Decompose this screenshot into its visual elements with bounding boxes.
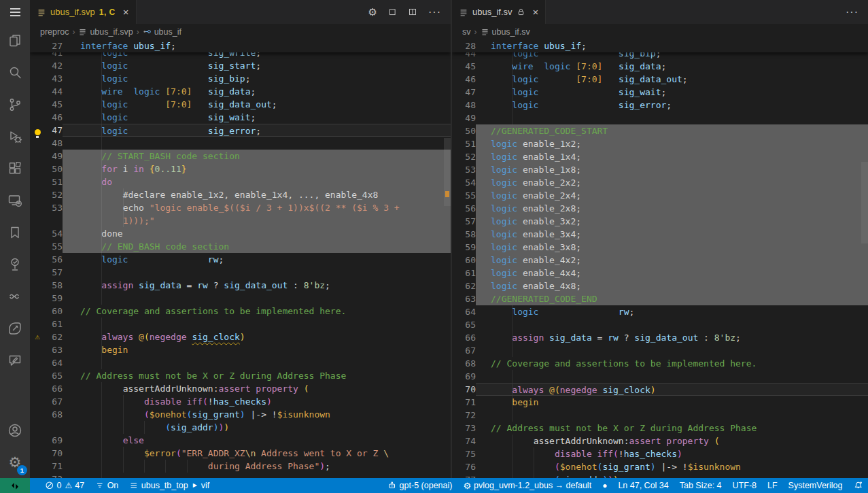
code-line[interactable]: 59: [30, 292, 451, 305]
activity-bookmarks[interactable]: [0, 216, 30, 248]
tab-ubus_if-svp[interactable]: ubus_if.svp 1, C ×: [30, 0, 137, 24]
code-line[interactable]: 65: [452, 318, 868, 331]
code-line[interactable]: 45 logic [7:0] sig_data_out;: [30, 98, 451, 111]
code-line[interactable]: 52logic enable_1x4;: [452, 150, 868, 163]
code-line[interactable]: 53logic enable_1x8;: [452, 163, 868, 176]
code-line[interactable]: 42 logic sig_start;: [30, 59, 451, 72]
status-scope[interactable]: ubus_tb_top▶vif: [124, 478, 215, 493]
code-line[interactable]: 50 for i in {0..11}: [30, 163, 451, 175]
code-line[interactable]: 61logic enable_4x4;: [452, 267, 868, 279]
activity-remote-explorer[interactable]: [0, 184, 30, 216]
code-line[interactable]: 67: [452, 344, 868, 357]
code-line[interactable]: 52 #declare enable_1x2, enable_1x4, ...,…: [30, 188, 451, 201]
code-line[interactable]: 64 logic rw;: [452, 305, 868, 318]
code-line[interactable]: 48: [30, 137, 451, 150]
breadcrumb-item-ubus_if.sv[interactable]: ubus_if.sv: [481, 27, 530, 37]
code-line[interactable]: 66 assertAddrUnknown:assert property (: [30, 382, 451, 395]
code-line[interactable]: 48 logic sig_error;: [452, 99, 868, 112]
scrollbar-thumb[interactable]: [444, 138, 451, 206]
tab-ubus_if-sv[interactable]: ubus_if.sv ×: [452, 0, 546, 24]
close-icon[interactable]: ×: [533, 7, 539, 17]
code-line[interactable]: 64: [30, 356, 451, 369]
code-line[interactable]: 70 always @(negedge sig_clock): [452, 383, 868, 396]
breadcrumb-item-sv[interactable]: sv: [462, 27, 471, 37]
code-line[interactable]: 69 else: [30, 434, 451, 447]
code-line[interactable]: 63 begin: [30, 343, 451, 356]
code-line[interactable]: 58logic enable_3x4;: [452, 228, 868, 241]
status-model[interactable]: gpt-5 (openai): [382, 478, 457, 493]
code-line[interactable]: (sig_addr))): [30, 421, 451, 434]
status-notifications[interactable]: [848, 478, 868, 493]
sticky-line[interactable]: 27interface ubus_if;: [30, 39, 451, 52]
code-line[interactable]: 76 ($onehot(sig_grant) |-> !$isunknown: [452, 460, 868, 473]
code-line[interactable]: 68// Coverage and assertions to be imple…: [452, 357, 868, 370]
code-line[interactable]: 46 logic [7:0] sig_data_out;: [452, 73, 868, 86]
status-tab-size[interactable]: Tab Size: 4: [674, 478, 727, 493]
activity-test-explorer[interactable]: [0, 248, 30, 280]
code-line[interactable]: 60// Coverage and assertions to be imple…: [30, 305, 451, 318]
code-line[interactable]: 1)));": [30, 214, 451, 227]
code-line[interactable]: 56 logic rw;: [30, 253, 451, 266]
code-line[interactable]: 51 do: [30, 175, 451, 188]
status-language[interactable]: SystemVerilog: [783, 478, 848, 493]
status-cursor-position[interactable]: Ln 47, Col 34: [612, 478, 674, 493]
code-editor-left[interactable]: 41 logic sig_write;42 logic sig_start;43…: [30, 39, 451, 478]
code-line[interactable]: 71 begin: [452, 396, 868, 409]
code-line[interactable]: 57logic enable_3x2;: [452, 215, 868, 228]
code-line[interactable]: 66 assign sig_data = rw ? sig_data_out :…: [452, 331, 868, 344]
scrollbar-thumb[interactable]: [861, 162, 868, 243]
status-indicator[interactable]: ●: [597, 478, 612, 493]
code-line[interactable]: 72: [452, 409, 868, 422]
code-line[interactable]: 65// Address must not be X or Z during A…: [30, 369, 451, 382]
activity-waves[interactable]: [0, 280, 30, 312]
status-profile[interactable]: ⚙pvlog_uvm-1.2_ubus → default: [457, 478, 597, 493]
code-line[interactable]: 47 logic sig_wait;: [452, 86, 868, 99]
breadcrumb-item-preproc[interactable]: preproc: [40, 27, 69, 37]
more-actions-icon[interactable]: ···: [428, 7, 441, 18]
code-line[interactable]: 62logic enable_4x8;: [452, 279, 868, 292]
code-line[interactable]: 49: [452, 112, 868, 124]
code-line[interactable]: 63//GENERATED_CODE_END: [452, 292, 868, 305]
activity-run-debug[interactable]: [0, 120, 30, 152]
code-line[interactable]: 50//GENERATED_CODE_START: [452, 124, 868, 137]
code-line[interactable]: 43 logic sig_bip;: [30, 72, 451, 85]
code-line[interactable]: 58 assign sig_data = rw ? sig_data_out :…: [30, 279, 451, 292]
activity-settings[interactable]: ⚙1: [0, 446, 30, 478]
code-editor-right[interactable]: 44 logic sig_bip;45 wire logic [7:0] sig…: [452, 39, 868, 478]
status-lint-toggle[interactable]: On: [90, 478, 124, 493]
settings-gear-icon[interactable]: ⚙: [368, 7, 377, 17]
code-line[interactable]: 60logic enable_4x2;: [452, 254, 868, 267]
code-line[interactable]: 56logic enable_2x8;: [452, 202, 868, 215]
status-problems[interactable]: 0⚠47: [39, 478, 90, 493]
code-line[interactable]: 73// Address must not be X or Z during A…: [452, 422, 868, 435]
code-line[interactable]: 45 wire logic [7:0] sig_data;: [452, 60, 868, 73]
code-line[interactable]: 67 disable iff(!has_checks): [30, 395, 451, 408]
code-line[interactable]: 49 // START_BASH code section: [30, 150, 451, 163]
code-line[interactable]: 57: [30, 266, 451, 279]
activity-search[interactable]: [0, 56, 30, 88]
sticky-line[interactable]: 28interface ubus_if;: [452, 39, 868, 52]
activity-comment-edit[interactable]: [0, 344, 30, 376]
code-line[interactable]: 54logic enable_2x2;: [452, 176, 868, 189]
code-line[interactable]: 44 wire logic [7:0] sig_data;: [30, 85, 451, 98]
activity-source-control[interactable]: [0, 88, 30, 120]
code-line[interactable]: 53 echo "logic enable_$(($i / 3 + 1))x$(…: [30, 201, 451, 214]
code-line[interactable]: ⚠62 always @(negedge sig_clock): [30, 330, 451, 343]
split-editor-icon[interactable]: [408, 7, 417, 16]
code-line[interactable]: 71 during Address Phase");: [30, 460, 451, 473]
status-eol[interactable]: LF: [762, 478, 783, 493]
code-line[interactable]: 70 $error("ERR_ADDR_XZ\n Address went to…: [30, 447, 451, 460]
activity-extensions[interactable]: [0, 152, 30, 184]
activity-notebook-edit[interactable]: [0, 312, 30, 344]
code-line[interactable]: 55logic enable_2x4;: [452, 189, 868, 202]
lightbulb-icon[interactable]: [35, 129, 41, 135]
activity-explorer[interactable]: [0, 24, 30, 56]
code-line[interactable]: 47 logic sig_error;: [30, 124, 451, 137]
code-line[interactable]: 75 disable iff(!has_checks): [452, 447, 868, 460]
code-line[interactable]: 46 logic sig_wait;: [30, 111, 451, 124]
code-line[interactable]: 55 // END_BASH code section: [30, 240, 451, 253]
code-line[interactable]: 61: [30, 318, 451, 330]
code-line[interactable]: 54 done: [30, 227, 451, 240]
code-line[interactable]: 69: [452, 370, 868, 383]
activity-accounts[interactable]: [0, 414, 30, 446]
